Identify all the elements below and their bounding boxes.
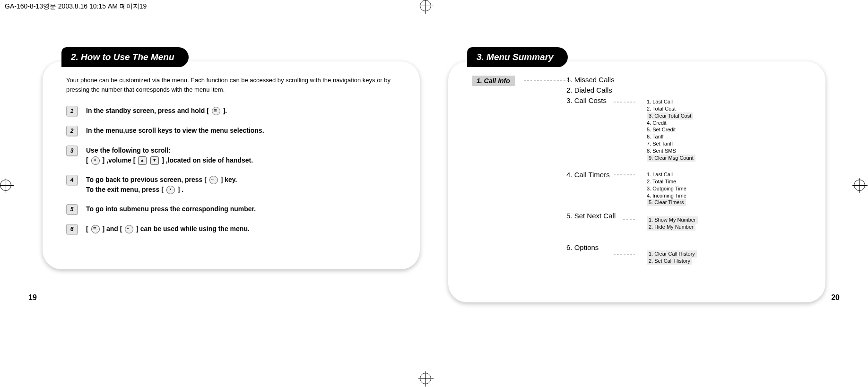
intro-text: Your phone can be customized via the men… — [66, 76, 401, 94]
submenu-set-next-call: 1. Show My Number 2. Hide My Number — [647, 216, 698, 231]
step-list: 1 In the standby screen, press and hold … — [66, 106, 401, 234]
text: ]. — [223, 107, 227, 114]
back-key-icon — [209, 176, 218, 184]
page-title: 3. Menu Summary — [467, 47, 568, 67]
list-item: 2. Total Time — [647, 178, 686, 185]
list-item: 3. Clear Total Cost — [647, 112, 695, 120]
list-item: 5. Set Next Call — [566, 212, 647, 220]
step-body: [ ] and [ ] can be used while using the … — [86, 224, 250, 234]
step-1: 1 In the standby screen, press and hold … — [66, 106, 401, 116]
step-body: In the standby screen, press and hold [ … — [86, 106, 227, 116]
step-5: 5 To go into submenu press the correspon… — [66, 204, 401, 215]
step-number: 2 — [66, 126, 78, 136]
menu-key-icon — [212, 107, 220, 115]
step-6: 6 [ ] and [ ] can be used while using th… — [66, 224, 401, 234]
page-right: 3. Menu Summary 1. Call Info 1. Missed C… — [434, 24, 840, 363]
page-number: 19 — [28, 293, 37, 302]
step-body: To go into submenu press the correspondi… — [86, 204, 256, 214]
print-header: GA-160-8-13영문 2003.8.16 10:15 AM 페이지19 — [0, 0, 868, 13]
list-item: 8. Sent SMS — [647, 147, 695, 155]
submenu-options: 1. Clear Call History 2. Set Call Histor… — [647, 250, 697, 265]
volume-down-icon — [150, 156, 159, 165]
page-number: 20 — [831, 293, 840, 302]
text: ] and [ — [102, 225, 122, 232]
step-number: 1 — [66, 106, 78, 116]
list-item: 5. Clear Timers — [647, 199, 686, 206]
list-item: 9. Clear Msg Count — [647, 155, 695, 162]
list-item: 1. Show My Number — [647, 216, 698, 224]
step-body: To go back to previous screen, press [ ]… — [86, 175, 237, 195]
list-item: 1. Last Call — [647, 171, 686, 178]
list-item: 2. Dialed Calls — [566, 86, 647, 94]
text: In the standby screen, press and hold [ — [86, 107, 209, 114]
list-item: 4. Credit — [647, 120, 695, 127]
text: ] key. — [221, 176, 237, 183]
registration-mark-icon — [420, 373, 431, 384]
list-item: 5. Set Credit — [647, 126, 695, 133]
list-item: 3. Call Costs — [566, 96, 647, 104]
text: To go back to previous screen, press [ — [86, 176, 207, 183]
text: ] . — [178, 186, 183, 193]
registration-mark-icon — [854, 180, 865, 191]
menu-key-icon — [91, 225, 100, 233]
volume-up-icon — [138, 156, 147, 165]
file-info: GA-160-8-13영문 2003.8.16 10:15 AM 페이지19 — [5, 2, 147, 11]
menu-tree: 1. Call Info 1. Missed Calls 2. Dialed C… — [472, 76, 807, 279]
list-item: 4. Call Timers — [566, 171, 647, 179]
list-item: 2. Hide My Number — [647, 224, 698, 231]
list-item: 6. Options — [566, 243, 647, 251]
text: To the exit menu, press [ — [86, 186, 164, 193]
text: ] ,volume [ — [102, 156, 135, 164]
registration-mark-icon — [0, 180, 11, 191]
text: [ — [86, 225, 88, 232]
text: [ — [86, 156, 88, 164]
page-left: 2. How to Use The Menu Your phone can be… — [28, 24, 434, 363]
list-item: 6. Tariff — [647, 133, 695, 140]
step-body: Use the following to scroll: [ ] ,volume… — [86, 146, 253, 165]
tree-level-2: 1. Missed Calls 2. Dialed Calls 3. Call … — [566, 76, 647, 279]
step-2: 2 In the menu,use scroll keys to view th… — [66, 126, 401, 136]
step-number: 6 — [66, 224, 78, 234]
content-card: 1. Call Info 1. Missed Calls 2. Dialed C… — [448, 61, 825, 302]
step-number: 4 — [66, 175, 78, 185]
step-number: 3 — [66, 146, 78, 156]
submenu-call-timers: 1. Last Call 2. Total Time 3. Outgoing T… — [647, 171, 686, 206]
step-4: 4 To go back to previous screen, press [… — [66, 175, 401, 195]
back-key-icon — [125, 225, 133, 233]
list-item: 1. Last Call — [647, 98, 695, 105]
text: ] can be used while using the menu. — [136, 225, 250, 232]
list-item: 1. Clear Call History — [647, 250, 697, 258]
content-card: Your phone can be customized via the men… — [43, 61, 420, 269]
step-3: 3 Use the following to scroll: [ ] ,volu… — [66, 146, 401, 165]
exit-key-icon — [166, 186, 175, 194]
text: Use the following to scroll: — [86, 146, 171, 154]
step-number: 5 — [66, 204, 78, 215]
root-menu-item: 1. Call Info — [472, 76, 515, 86]
list-item: 3. Outgoing Time — [647, 185, 686, 192]
spread: 2. How to Use The Menu Your phone can be… — [28, 24, 840, 363]
list-item: 7. Set Tariff — [647, 140, 695, 147]
step-body: In the menu,use scroll keys to view the … — [86, 126, 264, 136]
list-item: 1. Missed Calls — [566, 76, 647, 84]
text: ] ,located on side of handset. — [162, 156, 253, 164]
submenu-call-costs: 1. Last Call 2. Total Cost 3. Clear Tota… — [647, 98, 695, 162]
list-item: 2. Total Cost — [647, 105, 695, 112]
page-title: 2. How to Use The Menu — [61, 47, 189, 67]
list-item: 4. Incoming Time — [647, 192, 686, 199]
list-item: 2. Set Call History — [647, 258, 697, 265]
tree-level-1: 1. Call Info — [472, 76, 566, 86]
nav-key-icon — [91, 156, 100, 165]
